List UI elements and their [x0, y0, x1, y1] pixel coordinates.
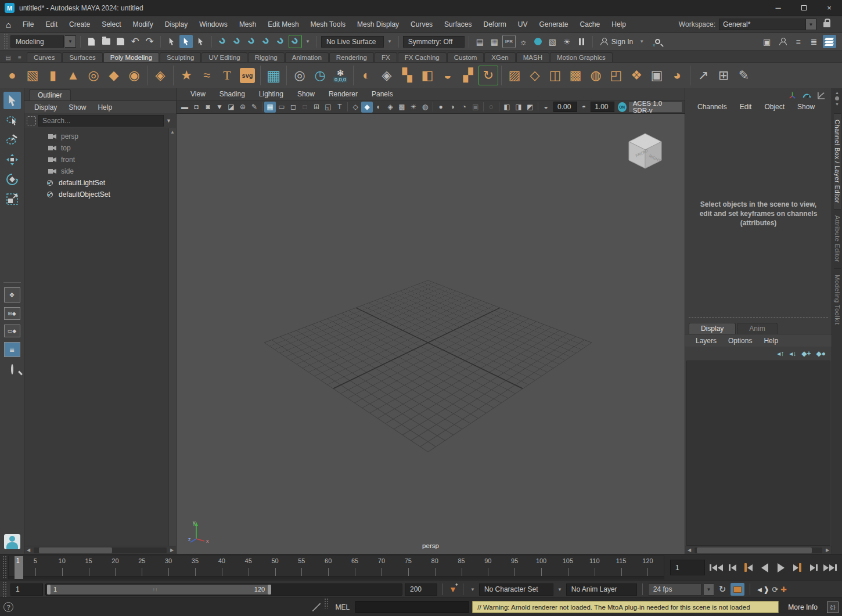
- move-tool[interactable]: [3, 151, 21, 168]
- create-bookmark-icon[interactable]: ▼: [448, 585, 458, 594]
- lock-camera-icon[interactable]: ◘: [190, 102, 202, 113]
- range-track[interactable]: 1 ⁝⁝ 120: [45, 583, 402, 596]
- play-backwards-button[interactable]: [757, 559, 772, 577]
- xray-icon[interactable]: ◍: [419, 102, 431, 113]
- shelf-tab-sculpting[interactable]: Sculpting: [160, 52, 201, 62]
- pause-viewport-icon[interactable]: [575, 35, 588, 48]
- viewport-menu-panels[interactable]: Panels: [365, 90, 400, 98]
- command-resize-grip[interactable]: [312, 603, 321, 611]
- menu-deform[interactable]: Deform: [477, 20, 512, 28]
- outliner-item-side[interactable]: side: [24, 165, 176, 177]
- scroll-left-icon[interactable]: ◀: [685, 547, 693, 553]
- select-object-icon[interactable]: [179, 35, 193, 48]
- scroll-right-icon[interactable]: ▶: [823, 547, 832, 553]
- layer-menu-layers[interactable]: Layers: [690, 337, 722, 345]
- checker-icon[interactable]: ▩: [396, 102, 408, 113]
- fps-select[interactable]: 24 fps: [648, 583, 701, 596]
- outliner-item-front[interactable]: front: [24, 154, 176, 165]
- menu-surfaces[interactable]: Surfaces: [438, 20, 477, 28]
- region-render-icon[interactable]: ◩: [524, 102, 536, 113]
- menu-curves[interactable]: Curves: [405, 20, 438, 28]
- rotate-tool[interactable]: [3, 171, 21, 188]
- script-editor-icon[interactable]: {;}: [827, 601, 839, 613]
- scroll-right-icon[interactable]: ▶: [168, 547, 176, 553]
- render-view-icon[interactable]: ▤: [473, 35, 487, 48]
- live-surface-field[interactable]: No Live Surface: [321, 36, 384, 48]
- exposure-icon[interactable]: ◒: [540, 102, 552, 113]
- step-back-button[interactable]: [725, 559, 740, 577]
- gate-mask-icon[interactable]: □: [299, 102, 311, 113]
- strip-handle[interactable]: [835, 96, 839, 100]
- grease-pencil-icon[interactable]: ✎: [249, 102, 260, 113]
- curve-frame-icon[interactable]: ⊞: [714, 66, 733, 85]
- grid-icon[interactable]: ▦: [264, 102, 276, 113]
- outliner-horizontal-scrollbar[interactable]: ◀ ▶: [24, 546, 176, 554]
- outliner-vertical-scrollbar[interactable]: ▲: [168, 128, 176, 546]
- step-forward-button[interactable]: [806, 559, 821, 577]
- side-tab-channel-box-layer-editor[interactable]: Channel Box / Layer Editor: [834, 113, 841, 209]
- layer-horizontal-scrollbar[interactable]: ◀ ▶: [685, 546, 832, 554]
- outliner-item-top[interactable]: top: [24, 142, 176, 154]
- go-to-end-button[interactable]: [822, 559, 837, 577]
- channel-menu-show[interactable]: Show: [791, 103, 821, 111]
- menu-help[interactable]: Help: [606, 20, 632, 28]
- anti-alias-icon[interactable]: ▣: [470, 102, 481, 113]
- search-icon[interactable]: [651, 35, 664, 48]
- multi-cut-icon[interactable]: ▦: [264, 66, 283, 85]
- shelf-tab-rigging[interactable]: Rigging: [248, 52, 285, 62]
- menu-cache[interactable]: Cache: [574, 20, 606, 28]
- workspace-dropdown-arrow[interactable]: ▼: [806, 19, 816, 30]
- curve-warp-icon[interactable]: ↗: [693, 66, 713, 85]
- platonic-solid-icon[interactable]: ◈: [150, 66, 170, 85]
- playback-range-bar[interactable]: 1 ⁝⁝ 120: [47, 585, 271, 595]
- menu-generate[interactable]: Generate: [533, 20, 574, 28]
- strip-up-icon[interactable]: ▲: [835, 91, 839, 95]
- anim-prefs-icon[interactable]: ✚: [780, 585, 787, 594]
- menu-mesh[interactable]: Mesh: [233, 20, 262, 28]
- layer-list[interactable]: [686, 361, 830, 546]
- layer-menu-help[interactable]: Help: [758, 337, 784, 345]
- separate-icon[interactable]: ◈: [377, 66, 397, 85]
- poly-cylinder-icon[interactable]: ▮: [43, 66, 63, 85]
- channel-menu-channels[interactable]: Channels: [691, 103, 733, 111]
- hypershade-icon[interactable]: [531, 35, 545, 48]
- fps-dropdown-arrow[interactable]: ▼: [704, 583, 714, 596]
- sweep-mesh-icon[interactable]: ★: [177, 66, 196, 85]
- scroll-left-icon[interactable]: ◀: [24, 547, 33, 553]
- bookmark-icon[interactable]: ▼: [214, 102, 225, 113]
- target-weld-icon[interactable]: ◎: [290, 66, 310, 85]
- safe-action-icon[interactable]: ◱: [322, 102, 334, 113]
- default-material-icon[interactable]: ◈: [384, 102, 396, 113]
- shelf-tab-fx[interactable]: FX: [375, 52, 397, 62]
- snap-options-arrow[interactable]: ▼: [303, 39, 312, 44]
- scale-tool[interactable]: [3, 190, 21, 208]
- outliner-tab[interactable]: Outliner: [29, 89, 71, 100]
- motion-blur-icon[interactable]: ◔: [458, 102, 470, 113]
- display-layer-list-icon[interactable]: ≡: [791, 35, 805, 48]
- command-input[interactable]: [355, 601, 469, 613]
- new-scene-icon[interactable]: [85, 35, 98, 48]
- viewport-menu-view[interactable]: View: [183, 90, 213, 98]
- sidebar-layers-icon[interactable]: [823, 35, 836, 48]
- side-tab-attribute-editor[interactable]: Attribute Editor: [834, 209, 841, 268]
- safe-title-icon[interactable]: T: [334, 102, 346, 113]
- range-end-handle[interactable]: [268, 585, 271, 595]
- anim-layer-field[interactable]: No Anim Layer: [566, 583, 637, 596]
- shelf-tab-rendering[interactable]: Rendering: [329, 52, 374, 62]
- side-tab-modeling-toolkit[interactable]: Modeling Toolkit: [834, 268, 841, 331]
- view-cube[interactable]: FRONT RIGHT: [622, 127, 668, 173]
- channel-menu-edit[interactable]: Edit: [733, 103, 758, 111]
- anim-layer-arrow[interactable]: ▼: [556, 587, 564, 592]
- poly-text-icon[interactable]: T: [217, 66, 237, 85]
- render-setup-icon[interactable]: ▧: [546, 35, 559, 48]
- select-component-icon[interactable]: [194, 35, 207, 48]
- contrast-icon[interactable]: ◓: [579, 102, 589, 113]
- viewport-menu-shading[interactable]: Shading: [213, 90, 252, 98]
- snap-to-grid-icon[interactable]: [216, 35, 229, 48]
- character-set-field[interactable]: No Character Set: [479, 583, 553, 596]
- bevel-icon[interactable]: ◇: [525, 66, 545, 85]
- save-scene-icon[interactable]: [114, 35, 127, 48]
- film-gate-icon[interactable]: ▭: [276, 102, 287, 113]
- workspace-select[interactable]: General*: [719, 19, 806, 30]
- outliner-item-defaultObjectSet[interactable]: defaultObjectSet: [24, 189, 176, 200]
